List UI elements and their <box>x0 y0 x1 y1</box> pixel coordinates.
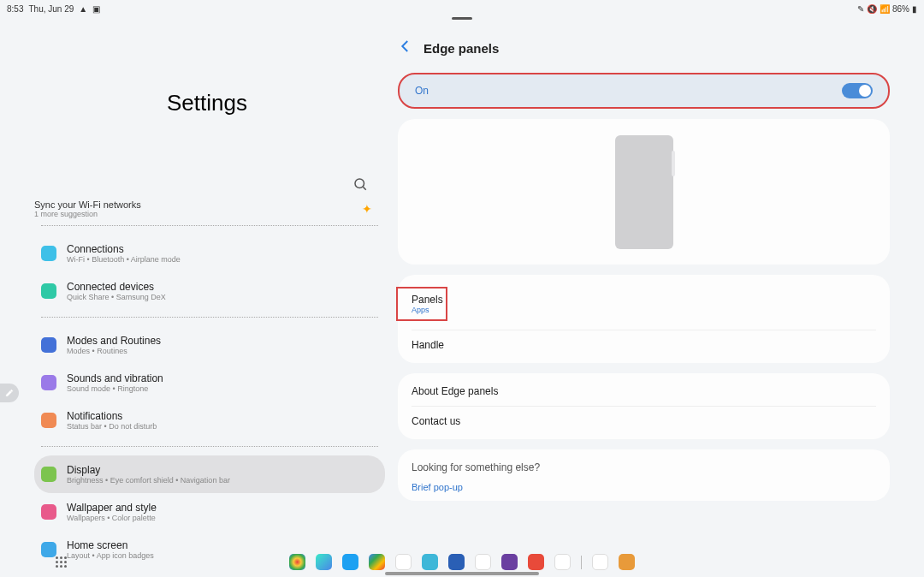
divider <box>41 446 378 447</box>
page-title: Edge panels <box>424 41 499 56</box>
battery-icon: ▮ <box>912 4 917 14</box>
menu-item-title: Wallpaper and style <box>67 502 157 514</box>
dock-photos-icon[interactable] <box>592 554 608 570</box>
menu-item-title: Display <box>67 464 230 476</box>
edge-panels-toggle-card[interactable]: On <box>398 73 890 109</box>
menu-item-title: Notifications <box>67 410 157 422</box>
menu-item-sub: Brightness • Eye comfort shield • Naviga… <box>67 476 230 485</box>
dock-app2-icon[interactable] <box>448 554 465 570</box>
photo-icon: ▣ <box>92 4 100 14</box>
menu-item-icon <box>41 413 56 428</box>
menu-item-sub: Wi-Fi • Bluetooth • Airplane mode <box>67 255 181 264</box>
svg-line-1 <box>363 187 365 189</box>
settings-sidebar: Settings Sync your Wi-Fi networks 1 more… <box>0 17 385 543</box>
mute-icon: 🔇 <box>867 4 877 14</box>
divider <box>41 317 378 318</box>
toggle-switch[interactable] <box>842 83 873 98</box>
dock-app3-icon[interactable] <box>475 554 491 570</box>
handle-row[interactable]: Handle <box>412 330 876 360</box>
dock-play-icon[interactable] <box>369 554 385 570</box>
wifi-icon: 📶 <box>880 4 890 14</box>
status-time: 8:53 <box>7 4 23 14</box>
search-icon[interactable] <box>352 176 368 195</box>
settings-menu: Connections Wi-Fi • Bluetooth • Airplane… <box>34 235 385 568</box>
sync-sub: 1 more suggestion <box>34 210 141 218</box>
dock-twitter-icon[interactable] <box>342 554 358 570</box>
dock-app5-icon[interactable] <box>528 554 544 570</box>
contact-row[interactable]: Contact us <box>412 406 876 436</box>
preview-handle <box>672 151 675 176</box>
top-handle-indicator[interactable] <box>452 17 472 20</box>
menu-item-sub: Wallpapers • Color palette <box>67 514 157 522</box>
dock-dex-icon[interactable] <box>619 554 635 570</box>
looking-label: Looking for something else? <box>412 453 876 482</box>
battery-percent: 86% <box>892 4 909 14</box>
floating-edit-button[interactable] <box>0 384 19 402</box>
menu-item-sub: Modes • Routines <box>67 347 161 355</box>
handle-title: Handle <box>412 339 876 351</box>
contact-title: Contact us <box>412 415 876 427</box>
menu-item-icon <box>41 283 56 299</box>
menu-item-sub: Quick Share • Samsung DeX <box>67 293 166 301</box>
sidebar-item-notifications[interactable]: Notifications Status bar • Do not distur… <box>34 402 385 439</box>
highlight-box: Panels Apps <box>396 287 447 321</box>
menu-item-icon <box>41 375 56 390</box>
dock <box>0 554 924 570</box>
app-drawer-icon[interactable] <box>56 556 67 568</box>
sidebar-item-sounds-and-vibration[interactable]: Sounds and vibration Sound mode • Ringto… <box>34 364 385 402</box>
menu-item-title: Home screen <box>67 539 154 551</box>
menu-item-icon <box>41 504 56 520</box>
sidebar-item-connections[interactable]: Connections Wi-Fi • Bluetooth • Airplane… <box>34 235 385 272</box>
navigation-handle[interactable] <box>385 572 539 575</box>
settings-title: Settings <box>167 90 385 116</box>
menu-item-icon <box>41 467 56 482</box>
sync-title: Sync your Wi-Fi networks <box>34 199 141 210</box>
panels-sub: Apps <box>412 306 446 314</box>
toggle-label: On <box>415 85 429 97</box>
menu-item-sub: Sound mode • Ringtone <box>67 384 163 393</box>
warning-icon: ▲ <box>79 4 87 14</box>
panel-preview[interactable] <box>615 135 673 249</box>
menu-item-title: Sounds and vibration <box>67 372 163 384</box>
back-button[interactable] <box>398 39 413 57</box>
menu-item-icon <box>41 246 56 261</box>
preview-card <box>398 119 890 265</box>
svg-point-0 <box>355 179 364 188</box>
menu-item-title: Connections <box>67 243 181 255</box>
menu-item-title: Connected devices <box>67 281 166 293</box>
sparkle-icon: ✦ <box>362 202 372 216</box>
menu-item-sub: Status bar • Do not disturb <box>67 422 157 431</box>
detail-panel: Edge panels On Panels Apps Handle <box>385 17 924 543</box>
dock-app6-icon[interactable] <box>554 554 571 570</box>
sidebar-item-modes-and-routines[interactable]: Modes and Routines Modes • Routines <box>34 326 385 364</box>
about-title: About Edge panels <box>412 385 876 397</box>
pen-icon: ✎ <box>857 4 864 14</box>
dock-separator <box>581 556 582 569</box>
dock-browser-icon[interactable] <box>316 554 332 570</box>
dock-app4-icon[interactable] <box>501 554 518 570</box>
about-row[interactable]: About Edge panels <box>412 377 876 406</box>
dock-app-icon[interactable] <box>422 554 438 570</box>
dock-chrome-icon[interactable] <box>289 554 305 570</box>
dock-slack-icon[interactable] <box>395 554 412 570</box>
panels-title: Panels <box>412 294 446 306</box>
sync-suggestion[interactable]: Sync your Wi-Fi networks 1 more suggesti… <box>34 199 385 218</box>
menu-item-title: Modes and Routines <box>67 335 161 347</box>
status-date: Thu, Jun 29 <box>28 4 74 14</box>
status-bar: 8:53 Thu, Jun 29 ▲ ▣ ✎ 🔇 📶 86% ▮ <box>0 0 924 17</box>
sidebar-item-wallpaper-and-style[interactable]: Wallpaper and style Wallpapers • Color p… <box>34 493 385 531</box>
panels-row[interactable]: Panels Apps <box>412 278 876 330</box>
menu-item-icon <box>41 337 56 353</box>
brief-popup-link[interactable]: Brief pop-up <box>412 482 876 492</box>
sidebar-item-connected-devices[interactable]: Connected devices Quick Share • Samsung … <box>34 272 385 310</box>
sidebar-item-display[interactable]: Display Brightness • Eye comfort shield … <box>34 455 385 493</box>
divider <box>41 225 378 226</box>
